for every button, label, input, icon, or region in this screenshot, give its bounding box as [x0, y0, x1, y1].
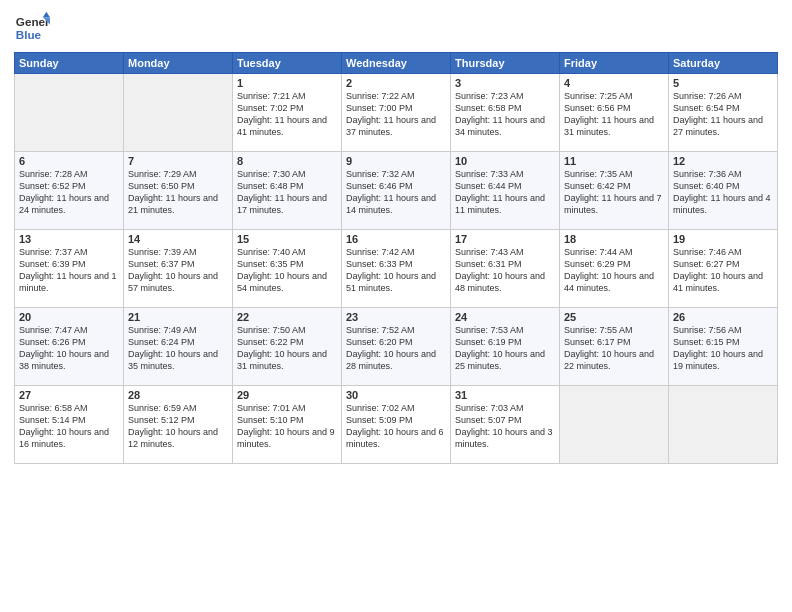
calendar-cell: 25 Sunrise: 7:55 AM Sunset: 6:17 PM Dayl… [560, 308, 669, 386]
day-info: Sunrise: 7:39 AM Sunset: 6:37 PM Dayligh… [128, 246, 228, 295]
sunset-label: Sunset: 5:09 PM [346, 415, 413, 425]
day-info: Sunrise: 7:46 AM Sunset: 6:27 PM Dayligh… [673, 246, 773, 295]
sunset-label: Sunset: 6:52 PM [19, 181, 86, 191]
day-number: 8 [237, 155, 337, 167]
calendar-cell [669, 386, 778, 464]
calendar-cell: 13 Sunrise: 7:37 AM Sunset: 6:39 PM Dayl… [15, 230, 124, 308]
calendar-cell: 27 Sunrise: 6:58 AM Sunset: 5:14 PM Dayl… [15, 386, 124, 464]
day-number: 31 [455, 389, 555, 401]
sunset-label: Sunset: 6:46 PM [346, 181, 413, 191]
sunrise-label: Sunrise: 7:30 AM [237, 169, 306, 179]
sunrise-label: Sunrise: 7:39 AM [128, 247, 197, 257]
sunrise-label: Sunrise: 7:35 AM [564, 169, 633, 179]
day-info: Sunrise: 7:02 AM Sunset: 5:09 PM Dayligh… [346, 402, 446, 451]
sunrise-label: Sunrise: 7:49 AM [128, 325, 197, 335]
sunset-label: Sunset: 6:48 PM [237, 181, 304, 191]
calendar-week-row: 20 Sunrise: 7:47 AM Sunset: 6:26 PM Dayl… [15, 308, 778, 386]
sunset-label: Sunset: 6:31 PM [455, 259, 522, 269]
calendar-cell: 8 Sunrise: 7:30 AM Sunset: 6:48 PM Dayli… [233, 152, 342, 230]
day-number: 18 [564, 233, 664, 245]
daylight-label: Daylight: 10 hours and 35 minutes. [128, 349, 218, 371]
day-number: 30 [346, 389, 446, 401]
day-info: Sunrise: 7:37 AM Sunset: 6:39 PM Dayligh… [19, 246, 119, 295]
day-info: Sunrise: 7:22 AM Sunset: 7:00 PM Dayligh… [346, 90, 446, 139]
day-number: 17 [455, 233, 555, 245]
day-info: Sunrise: 7:01 AM Sunset: 5:10 PM Dayligh… [237, 402, 337, 451]
day-info: Sunrise: 7:23 AM Sunset: 6:58 PM Dayligh… [455, 90, 555, 139]
daylight-label: Daylight: 10 hours and 57 minutes. [128, 271, 218, 293]
calendar-table: SundayMondayTuesdayWednesdayThursdayFrid… [14, 52, 778, 464]
calendar-cell: 16 Sunrise: 7:42 AM Sunset: 6:33 PM Dayl… [342, 230, 451, 308]
sunrise-label: Sunrise: 7:22 AM [346, 91, 415, 101]
calendar-cell: 26 Sunrise: 7:56 AM Sunset: 6:15 PM Dayl… [669, 308, 778, 386]
day-number: 19 [673, 233, 773, 245]
sunrise-label: Sunrise: 7:50 AM [237, 325, 306, 335]
weekday-header: Wednesday [342, 53, 451, 74]
day-number: 29 [237, 389, 337, 401]
calendar-week-row: 13 Sunrise: 7:37 AM Sunset: 6:39 PM Dayl… [15, 230, 778, 308]
calendar-cell: 30 Sunrise: 7:02 AM Sunset: 5:09 PM Dayl… [342, 386, 451, 464]
day-info: Sunrise: 7:55 AM Sunset: 6:17 PM Dayligh… [564, 324, 664, 373]
day-number: 15 [237, 233, 337, 245]
calendar-page: General Blue SundayMondayTuesdayWednesda… [0, 0, 792, 612]
sunset-label: Sunset: 5:10 PM [237, 415, 304, 425]
sunset-label: Sunset: 7:02 PM [237, 103, 304, 113]
day-info: Sunrise: 7:28 AM Sunset: 6:52 PM Dayligh… [19, 168, 119, 217]
day-info: Sunrise: 7:52 AM Sunset: 6:20 PM Dayligh… [346, 324, 446, 373]
daylight-label: Daylight: 11 hours and 7 minutes. [564, 193, 662, 215]
day-info: Sunrise: 6:59 AM Sunset: 5:12 PM Dayligh… [128, 402, 228, 451]
calendar-cell: 9 Sunrise: 7:32 AM Sunset: 6:46 PM Dayli… [342, 152, 451, 230]
daylight-label: Daylight: 10 hours and 16 minutes. [19, 427, 109, 449]
sunset-label: Sunset: 6:35 PM [237, 259, 304, 269]
sunrise-label: Sunrise: 7:26 AM [673, 91, 742, 101]
sunrise-label: Sunrise: 6:59 AM [128, 403, 197, 413]
day-info: Sunrise: 7:53 AM Sunset: 6:19 PM Dayligh… [455, 324, 555, 373]
calendar-cell: 23 Sunrise: 7:52 AM Sunset: 6:20 PM Dayl… [342, 308, 451, 386]
sunrise-label: Sunrise: 7:44 AM [564, 247, 633, 257]
day-info: Sunrise: 7:30 AM Sunset: 6:48 PM Dayligh… [237, 168, 337, 217]
day-number: 21 [128, 311, 228, 323]
daylight-label: Daylight: 11 hours and 1 minute. [19, 271, 117, 293]
calendar-cell: 5 Sunrise: 7:26 AM Sunset: 6:54 PM Dayli… [669, 74, 778, 152]
sunset-label: Sunset: 6:22 PM [237, 337, 304, 347]
daylight-label: Daylight: 10 hours and 28 minutes. [346, 349, 436, 371]
calendar-cell: 18 Sunrise: 7:44 AM Sunset: 6:29 PM Dayl… [560, 230, 669, 308]
day-info: Sunrise: 7:44 AM Sunset: 6:29 PM Dayligh… [564, 246, 664, 295]
sunset-label: Sunset: 5:07 PM [455, 415, 522, 425]
daylight-label: Daylight: 10 hours and 38 minutes. [19, 349, 109, 371]
calendar-cell: 31 Sunrise: 7:03 AM Sunset: 5:07 PM Dayl… [451, 386, 560, 464]
calendar-cell: 21 Sunrise: 7:49 AM Sunset: 6:24 PM Dayl… [124, 308, 233, 386]
sunrise-label: Sunrise: 7:37 AM [19, 247, 88, 257]
sunset-label: Sunset: 6:29 PM [564, 259, 631, 269]
daylight-label: Daylight: 11 hours and 34 minutes. [455, 115, 545, 137]
sunrise-label: Sunrise: 6:58 AM [19, 403, 88, 413]
weekday-header: Thursday [451, 53, 560, 74]
calendar-cell: 29 Sunrise: 7:01 AM Sunset: 5:10 PM Dayl… [233, 386, 342, 464]
day-number: 4 [564, 77, 664, 89]
sunset-label: Sunset: 7:00 PM [346, 103, 413, 113]
sunrise-label: Sunrise: 7:33 AM [455, 169, 524, 179]
sunrise-label: Sunrise: 7:01 AM [237, 403, 306, 413]
day-number: 25 [564, 311, 664, 323]
day-number: 7 [128, 155, 228, 167]
sunrise-label: Sunrise: 7:52 AM [346, 325, 415, 335]
calendar-cell: 2 Sunrise: 7:22 AM Sunset: 7:00 PM Dayli… [342, 74, 451, 152]
daylight-label: Daylight: 10 hours and 41 minutes. [673, 271, 763, 293]
calendar-cell: 19 Sunrise: 7:46 AM Sunset: 6:27 PM Dayl… [669, 230, 778, 308]
weekday-header-row: SundayMondayTuesdayWednesdayThursdayFrid… [15, 53, 778, 74]
sunset-label: Sunset: 6:44 PM [455, 181, 522, 191]
calendar-cell: 10 Sunrise: 7:33 AM Sunset: 6:44 PM Dayl… [451, 152, 560, 230]
sunrise-label: Sunrise: 7:47 AM [19, 325, 88, 335]
daylight-label: Daylight: 10 hours and 6 minutes. [346, 427, 444, 449]
sunrise-label: Sunrise: 7:43 AM [455, 247, 524, 257]
daylight-label: Daylight: 10 hours and 31 minutes. [237, 349, 327, 371]
sunset-label: Sunset: 6:42 PM [564, 181, 631, 191]
day-info: Sunrise: 7:42 AM Sunset: 6:33 PM Dayligh… [346, 246, 446, 295]
day-info: Sunrise: 7:36 AM Sunset: 6:40 PM Dayligh… [673, 168, 773, 217]
sunset-label: Sunset: 6:24 PM [128, 337, 195, 347]
day-number: 2 [346, 77, 446, 89]
day-number: 12 [673, 155, 773, 167]
svg-text:Blue: Blue [16, 28, 42, 41]
day-info: Sunrise: 7:26 AM Sunset: 6:54 PM Dayligh… [673, 90, 773, 139]
calendar-cell: 20 Sunrise: 7:47 AM Sunset: 6:26 PM Dayl… [15, 308, 124, 386]
